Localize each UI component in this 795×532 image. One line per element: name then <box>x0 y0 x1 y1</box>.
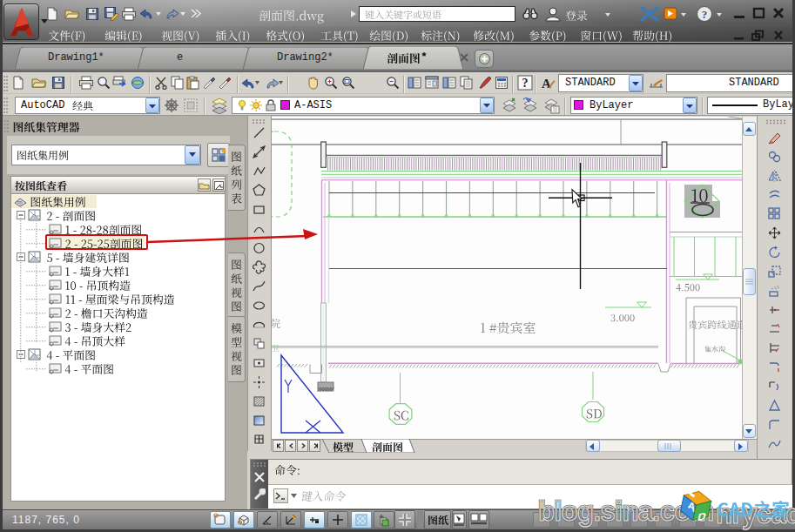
svg-text:?: ? <box>522 77 529 90</box>
svg-text:D: D <box>697 510 707 523</box>
svg-text:?: ? <box>702 8 708 21</box>
svg-text:A: A <box>542 77 551 91</box>
